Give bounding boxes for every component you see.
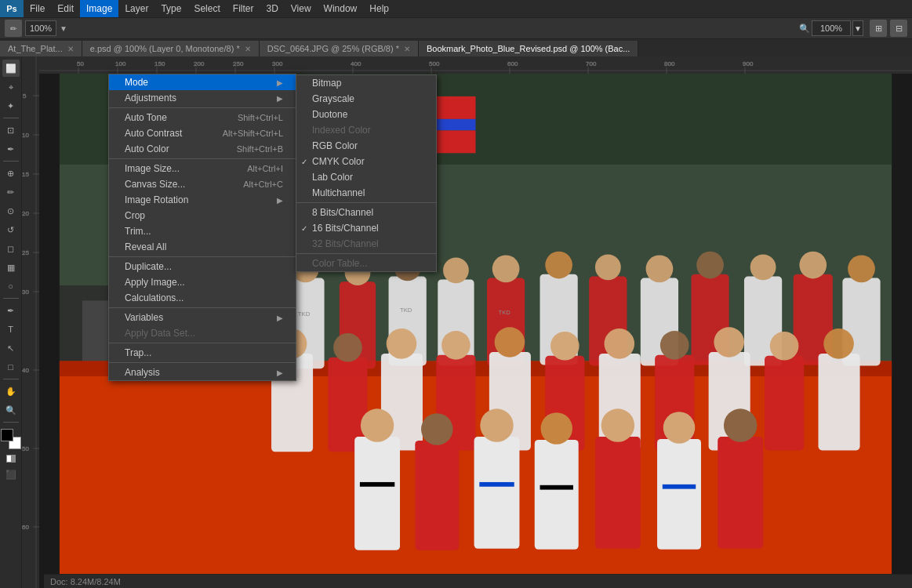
menu-window[interactable]: Window: [318, 0, 364, 17]
menu-view[interactable]: View: [285, 0, 318, 17]
svg-text:900: 900: [743, 60, 754, 67]
mode-rgb-color[interactable]: RGB Color: [296, 138, 436, 154]
foreground-color-swatch[interactable]: [1, 429, 13, 441]
tab-close-1[interactable]: ✕: [245, 45, 251, 53]
dd-sep-6: [109, 362, 296, 363]
tool-eraser[interactable]: ◻: [2, 240, 20, 257]
tool-marquee[interactable]: ⬜: [2, 60, 20, 77]
quick-mask-btn[interactable]: [2, 452, 20, 465]
tool-lasso[interactable]: ⌖: [2, 78, 20, 96]
svg-point-112: [601, 408, 634, 441]
svg-point-102: [823, 328, 854, 359]
menu-item-image-size[interactable]: Image Size... Alt+Ctrl+I: [109, 161, 296, 176]
tool-pen[interactable]: ✒: [2, 302, 20, 319]
menu-item-analysis[interactable]: Analysis ▶: [109, 365, 296, 380]
tool-path-select[interactable]: ↖: [2, 339, 20, 357]
svg-point-70: [595, 255, 621, 281]
svg-rect-113: [657, 439, 701, 550]
mode-cmyk-color[interactable]: ✓ CMYK Color: [296, 154, 436, 169]
menu-item-mode[interactable]: Mode ▶ Bitmap Grayscale Duotone Indexed …: [109, 74, 296, 90]
tool-spot-heal[interactable]: ⊕: [2, 165, 20, 182]
menu-item-calculations[interactable]: Calculations...: [109, 290, 296, 306]
view-mode-btn1[interactable]: ⊞: [870, 20, 887, 37]
menu-layer[interactable]: Layer: [118, 0, 154, 17]
menu-item-auto-tone[interactable]: Auto Tone Shift+Ctrl+L: [109, 110, 296, 125]
tool-dodge[interactable]: ○: [2, 278, 20, 295]
mode-submenu: Bitmap Grayscale Duotone Indexed Color R…: [296, 74, 437, 272]
tab-2[interactable]: DSC_0664.JPG @ 25% (RGB/8) * ✕: [260, 41, 419, 56]
svg-point-80: [848, 256, 875, 283]
menu-edit[interactable]: Edit: [51, 0, 80, 17]
tool-shape[interactable]: □: [2, 358, 20, 376]
zoom-display[interactable]: 🔍 100% ▼: [799, 20, 863, 36]
menu-item-duplicate[interactable]: Duplicate...: [109, 259, 296, 274]
menu-image[interactable]: Image: [80, 0, 118, 17]
cmyk-checkmark: ✓: [301, 158, 307, 166]
tool-history-brush[interactable]: ↺: [2, 221, 20, 238]
mode-lab-color[interactable]: Lab Color: [296, 169, 436, 185]
menu-item-crop[interactable]: Crop: [109, 208, 296, 223]
menu-3d[interactable]: 3D: [260, 0, 284, 17]
menu-item-reveal-all[interactable]: Reveal All: [109, 239, 296, 255]
screen-mode-btn[interactable]: ⬛: [5, 470, 16, 480]
svg-rect-118: [420, 486, 453, 491]
menu-item-auto-contrast[interactable]: Auto Contrast Alt+Shift+Ctrl+L: [109, 125, 296, 141]
tool-magic-wand[interactable]: ✦: [2, 97, 20, 114]
svg-text:30: 30: [22, 289, 29, 296]
menu-file[interactable]: File: [24, 0, 51, 17]
tool-preset-icon[interactable]: ✏: [5, 20, 22, 37]
menu-item-apply-image[interactable]: Apply Image...: [109, 274, 296, 290]
svg-point-104: [361, 408, 394, 441]
menu-select[interactable]: Select: [187, 0, 226, 17]
mode-32bits: 32 Bits/Channel: [296, 236, 436, 252]
variables-arrow-icon: ▶: [277, 314, 283, 322]
tool-eyedropper[interactable]: ✒: [2, 140, 20, 158]
brush-size-input[interactable]: 100%: [25, 20, 56, 36]
mode-multichannel[interactable]: Multichannel: [296, 185, 436, 201]
menu-item-trim[interactable]: Trim...: [109, 223, 296, 239]
tool-hand[interactable]: ✋: [2, 383, 20, 400]
view-mode-btn2[interactable]: ⊟: [890, 20, 907, 37]
tabs-bar: At_The_Plat... ✕ e.psd @ 100% (Layer 0, …: [0, 39, 912, 56]
mode-duotone[interactable]: Duotone: [296, 107, 436, 122]
tool-divider-1: [3, 118, 19, 118]
svg-text:40: 40: [22, 367, 29, 374]
menu-item-variables[interactable]: Variables ▶: [109, 310, 296, 325]
main-area: ⬜ ⌖ ✦ ⊡ ✒ ⊕ ✏ ⊙ ↺ ◻ ▦ ○ ✒ T ↖ □ ✋ 🔍 ⬛: [0, 56, 912, 588]
dd-sep-3: [109, 256, 296, 257]
svg-point-76: [750, 255, 776, 281]
menu-item-image-rotation[interactable]: Image Rotation ▶: [109, 192, 296, 208]
mode-grayscale[interactable]: Grayscale: [296, 91, 436, 107]
tool-clone[interactable]: ⊙: [2, 202, 20, 220]
mode-bitmap[interactable]: Bitmap: [296, 75, 436, 91]
menu-type[interactable]: Type: [154, 0, 187, 17]
svg-rect-105: [415, 441, 459, 550]
menu-item-trap[interactable]: Trap...: [109, 345, 296, 361]
analysis-arrow-icon: ▶: [277, 368, 283, 377]
tool-crop[interactable]: ⊡: [2, 122, 20, 139]
menu-item-apply-data-set: Apply Data Set...: [109, 325, 296, 341]
svg-text:20: 20: [22, 210, 29, 217]
tab-close-0[interactable]: ✕: [67, 45, 74, 53]
svg-point-90: [495, 327, 525, 358]
tab-1[interactable]: e.psd @ 100% (Layer 0, Monotone/8) * ✕: [82, 41, 260, 56]
menu-item-canvas-size[interactable]: Canvas Size... Alt+Ctrl+C: [109, 176, 296, 192]
svg-rect-111: [595, 437, 641, 549]
tool-brush[interactable]: ✏: [2, 183, 20, 201]
tab-0[interactable]: At_The_Plat... ✕: [0, 41, 82, 56]
mode-16bits[interactable]: ✓ 16 Bits/Channel: [296, 220, 436, 236]
menu-help[interactable]: Help: [363, 0, 395, 17]
menu-filter[interactable]: Filter: [227, 0, 260, 17]
menu-item-adjustments[interactable]: Adjustments ▶: [109, 90, 296, 106]
menu-item-auto-color[interactable]: Auto Color Shift+Ctrl+B: [109, 141, 296, 157]
tab-close-2[interactable]: ✕: [404, 45, 410, 53]
svg-point-86: [387, 328, 417, 359]
tab-3[interactable]: Bookmark_Photo_Blue_Revised.psd @ 100% (…: [419, 41, 638, 56]
svg-rect-109: [535, 440, 579, 550]
tool-gradient[interactable]: ▦: [2, 259, 20, 276]
tool-type[interactable]: T: [2, 321, 20, 338]
svg-point-64: [443, 257, 469, 283]
tool-zoom[interactable]: 🔍: [2, 401, 20, 419]
mode-8bits[interactable]: 8 Bits/Channel: [296, 205, 436, 220]
svg-text:5: 5: [23, 93, 27, 100]
